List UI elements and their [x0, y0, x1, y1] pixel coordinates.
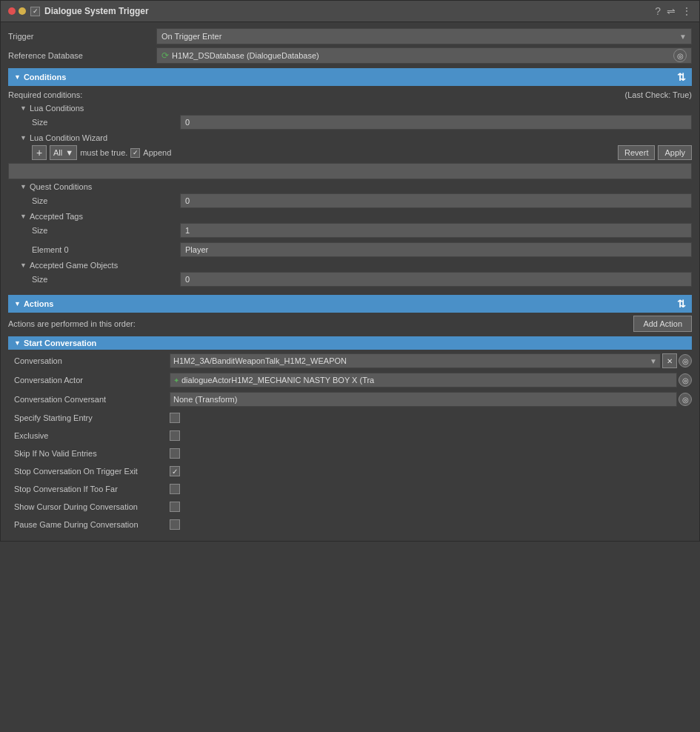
wizard-all-dropdown[interactable]: All ▼	[50, 145, 77, 160]
apply-button[interactable]: Apply	[658, 145, 692, 160]
tags-size-value[interactable]: 1	[180, 223, 692, 238]
specify-starting-entry-row: Specify Starting Entry	[8, 410, 692, 425]
actions-desc-text: Actions are performed in this order:	[8, 319, 136, 328]
conversation-conversant-label: Conversation Conversant	[14, 395, 170, 404]
wizard-must-be-true: must be true.	[80, 148, 127, 157]
wizard-plus-button[interactable]: +	[32, 145, 47, 160]
accepted-game-objects-header: ▼ Accepted Game Objects	[8, 261, 692, 270]
stop-trigger-exit-checkbox[interactable]	[170, 466, 180, 476]
lua-wizard-arrow: ▼	[20, 134, 27, 142]
reference-db-row: Reference Database ⟳ H1M2_DSDatabase (Di…	[8, 47, 692, 64]
actions-arrow: ▼	[14, 300, 21, 307]
trigger-label: Trigger	[8, 32, 156, 41]
stop-trigger-exit-row: Stop Conversation On Trigger Exit	[8, 464, 692, 479]
conversation-target-button[interactable]: ◎	[679, 354, 692, 367]
lua-conditions-header: ▼ Lua Conditions	[8, 104, 692, 113]
conditions-arrow: ▼	[14, 73, 21, 81]
conditions-header-label: Conditions	[24, 73, 66, 81]
lua-size-row: Size 0	[8, 114, 692, 130]
conversation-row: Conversation H1M2_3A/BanditWeaponTalk_H1…	[8, 353, 692, 369]
stop-trigger-exit-label: Stop Conversation On Trigger Exit	[14, 467, 170, 476]
conversation-clear-button[interactable]: ✕	[662, 353, 677, 368]
title-checkbox[interactable]	[30, 7, 40, 16]
conversation-dropdown-arrow: ▼	[650, 357, 657, 365]
game-objects-size-value[interactable]: 0	[180, 272, 692, 287]
conversation-value-wrap: H1M2_3A/BanditWeaponTalk_H1M2_WEAPON ▼ ✕…	[170, 353, 692, 368]
show-cursor-row: Show Cursor During Conversation	[8, 499, 692, 514]
accepted-tags-header: ▼ Accepted Tags	[8, 212, 692, 221]
tags-element0-value[interactable]: Player	[180, 242, 692, 257]
actions-header-btn[interactable]: ⇅	[677, 298, 686, 310]
pause-game-label: Pause Game During Conversation	[14, 520, 170, 529]
wizard-controls-row: + All ▼ must be true. Append Revert Appl…	[8, 145, 692, 160]
stop-too-far-checkbox[interactable]	[170, 484, 180, 494]
start-conv-label: Start Conversation	[24, 339, 96, 347]
stop-too-far-label: Stop Conversation If Too Far	[14, 485, 170, 493]
add-action-button[interactable]: Add Action	[633, 316, 692, 332]
title-bar-left: Dialogue System Trigger	[8, 6, 149, 16]
exclusive-checkbox[interactable]	[170, 430, 180, 441]
conversation-conversant-value[interactable]: None (Transform)	[170, 392, 677, 407]
actor-target-button[interactable]: ◎	[679, 373, 692, 387]
pause-game-checkbox[interactable]	[170, 519, 180, 530]
window-controls	[8, 7, 26, 15]
exclusive-row: Exclusive	[8, 428, 692, 443]
settings-icon[interactable]: ⇌	[667, 5, 676, 17]
trigger-value: On Trigger Enter	[161, 32, 221, 41]
accepted-game-objects-arrow: ▼	[20, 262, 27, 269]
reference-db-target-icon[interactable]: ◎	[673, 49, 687, 62]
wizard-dropdown-arrow: ▼	[65, 148, 73, 157]
conversant-target-button[interactable]: ◎	[679, 393, 692, 406]
tags-element0-row: Element 0 Player	[8, 242, 692, 258]
quest-conditions-header: ▼ Quest Conditions	[8, 182, 692, 191]
window-title: Dialogue System Trigger	[44, 6, 149, 16]
lua-wizard-label: Lua Condition Wizard	[30, 133, 107, 142]
conversation-value[interactable]: H1M2_3A/BanditWeaponTalk_H1M2_WEAPON ▼	[170, 353, 661, 368]
accepted-game-objects-label: Accepted Game Objects	[30, 261, 118, 270]
lua-conditions-arrow: ▼	[20, 104, 27, 112]
conversation-actor-value[interactable]: ✦ dialogueActorH1M2_MECHANIC NASTY BOY X…	[170, 373, 677, 387]
last-check-label: (Last Check: True)	[625, 90, 692, 99]
skip-no-valid-row: Skip If No Valid Entries	[8, 446, 692, 461]
tags-size-row: Size 1	[8, 222, 692, 239]
exclusive-label: Exclusive	[14, 431, 170, 440]
revert-button[interactable]: Revert	[618, 145, 655, 160]
title-bar: Dialogue System Trigger ? ⇌ ⋮	[1, 1, 699, 22]
accepted-tags-arrow: ▼	[20, 213, 27, 220]
help-icon[interactable]: ?	[655, 5, 661, 17]
menu-icon[interactable]: ⋮	[681, 5, 692, 17]
pause-game-row: Pause Game During Conversation	[8, 517, 692, 532]
conditions-header-left: ▼ Conditions	[14, 73, 66, 81]
wizard-input-area[interactable]	[8, 163, 692, 179]
conversation-actor-label: Conversation Actor	[14, 376, 170, 385]
game-objects-size-row: Size 0	[8, 271, 692, 287]
trigger-select[interactable]: On Trigger Enter ▼	[156, 28, 692, 44]
lua-wizard-header: ▼ Lua Condition Wizard	[8, 133, 692, 142]
lua-conditions-label: Lua Conditions	[30, 104, 84, 113]
trigger-row: Trigger On Trigger Enter ▼	[8, 28, 692, 44]
quest-size-value[interactable]: 0	[180, 193, 692, 208]
skip-no-valid-checkbox[interactable]	[170, 448, 180, 459]
quest-conditions-label: Quest Conditions	[30, 182, 92, 191]
conversation-actor-row: Conversation Actor ✦ dialogueActorH1M2_M…	[8, 372, 692, 388]
reference-db-label: Reference Database	[8, 51, 156, 60]
actions-desc-row: Actions are performed in this order: Add…	[8, 316, 692, 332]
actions-header-left: ▼ Actions	[14, 299, 53, 308]
conditions-header-btn[interactable]: ⇅	[677, 71, 686, 83]
trigger-arrow: ▼	[679, 33, 687, 41]
game-objects-size-label: Size	[32, 275, 180, 284]
lua-size-value[interactable]: 0	[180, 115, 692, 130]
specify-starting-entry-checkbox[interactable]	[170, 413, 180, 423]
quest-size-row: Size 0	[8, 193, 692, 209]
conditions-section-header: ▼ Conditions ⇅	[8, 68, 692, 86]
specify-starting-entry-label: Specify Starting Entry	[14, 413, 170, 422]
show-cursor-checkbox[interactable]	[170, 502, 180, 512]
show-cursor-label: Show Cursor During Conversation	[14, 502, 170, 511]
required-conditions-row: Required conditions: (Last Check: True)	[8, 89, 692, 101]
append-checkbox[interactable]	[130, 148, 140, 158]
reference-db-text: H1M2_DSDatabase (DialogueDatabase)	[172, 51, 319, 60]
skip-no-valid-label: Skip If No Valid Entries	[14, 449, 170, 458]
conversation-actor-value-wrap: ✦ dialogueActorH1M2_MECHANIC NASTY BOY X…	[170, 373, 692, 387]
reference-db-value: ⟳ H1M2_DSDatabase (DialogueDatabase) ◎	[156, 47, 692, 64]
actions-header-label: Actions	[24, 299, 53, 308]
